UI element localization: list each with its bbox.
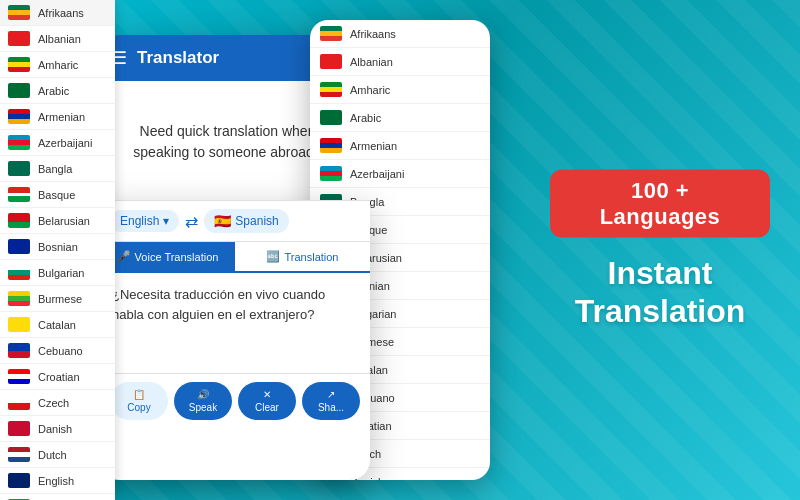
right-content: 100 + Languages Instant Translation xyxy=(550,170,770,331)
tabs-row: 🎤 Voice Translation 🔤 Translation xyxy=(100,242,370,273)
right-lang-item[interactable]: Arabic xyxy=(310,104,490,132)
left-lang-item[interactable]: Croatian xyxy=(0,364,115,390)
target-language-label: Spanish xyxy=(235,214,278,228)
left-lang-item[interactable]: Azerbaijani xyxy=(0,130,115,156)
copy-label: Copy xyxy=(127,402,150,413)
left-language-panel: AfrikaansAlbanianAmharicArabicArmenianAz… xyxy=(0,0,115,500)
dropdown-icon: ▾ xyxy=(163,214,169,228)
right-lang-item[interactable]: Afrikaans xyxy=(310,20,490,48)
left-lang-item[interactable]: Catalan xyxy=(0,312,115,338)
text-translation-tab[interactable]: 🔤 Translation xyxy=(235,242,370,271)
left-lang-item[interactable]: Esperanto xyxy=(0,494,115,500)
source-language-button[interactable]: English ▾ xyxy=(110,210,179,232)
right-lang-item[interactable]: Amharic xyxy=(310,76,490,104)
share-icon: ↗ xyxy=(327,389,335,400)
language-selector-bar: English ▾ ⇄ 🇪🇸 Spanish xyxy=(100,201,370,242)
headline-line1: Instant xyxy=(608,255,713,291)
phone-translator: English ▾ ⇄ 🇪🇸 Spanish 🎤 Voice Translati… xyxy=(100,200,370,480)
left-lang-item[interactable]: Afrikaans xyxy=(0,0,115,26)
action-buttons: 📋 Copy 🔊 Speak ✕ Clear ↗ Sha... xyxy=(100,373,370,428)
left-lang-item[interactable]: Albanian xyxy=(0,26,115,52)
phone-main-title: Translator xyxy=(137,48,219,68)
left-lang-item[interactable]: Danish xyxy=(0,416,115,442)
query-text: Need quick translation when speaking to … xyxy=(121,121,334,163)
left-lang-item[interactable]: Cebuano xyxy=(0,338,115,364)
share-label: Sha... xyxy=(318,402,344,413)
right-lang-item[interactable]: Azerbaijani xyxy=(310,160,490,188)
headline: Instant Translation xyxy=(550,254,770,331)
speaker-icon: 🔊 xyxy=(197,389,209,400)
left-lang-item[interactable]: English xyxy=(0,468,115,494)
swap-languages-button[interactable]: ⇄ xyxy=(185,212,198,231)
voice-tab-label: Voice Translation xyxy=(135,251,219,263)
left-lang-item[interactable]: Burmese xyxy=(0,286,115,312)
clear-button[interactable]: ✕ Clear xyxy=(238,382,296,420)
right-lang-item[interactable]: Armenian xyxy=(310,132,490,160)
left-lang-item[interactable]: Dutch xyxy=(0,442,115,468)
speak-label: Speak xyxy=(189,402,217,413)
main-container: AfrikaansAlbanianAmharicArabicArmenianAz… xyxy=(0,0,800,500)
headline-line2: Translation xyxy=(575,293,746,329)
left-lang-item[interactable]: Basque xyxy=(0,182,115,208)
speak-button[interactable]: 🔊 Speak xyxy=(174,382,232,420)
translation-area[interactable]: ¿Necesita traducción en vivo cuando habl… xyxy=(100,273,370,373)
left-lang-item[interactable]: Amharic xyxy=(0,52,115,78)
clear-icon: ✕ xyxy=(263,389,271,400)
source-language-label: English xyxy=(120,214,159,228)
left-language-list: AfrikaansAlbanianAmharicArabicArmenianAz… xyxy=(0,0,115,500)
left-lang-item[interactable]: Armenian xyxy=(0,104,115,130)
right-lang-item[interactable]: Albanian xyxy=(310,48,490,76)
translated-text: ¿Necesita traducción en vivo cuando habl… xyxy=(112,285,358,324)
left-lang-item[interactable]: Arabic xyxy=(0,78,115,104)
left-lang-item[interactable]: Czech xyxy=(0,390,115,416)
mic-icon: 🎤 xyxy=(117,250,131,263)
left-lang-item[interactable]: Bosnian xyxy=(0,234,115,260)
target-language-button[interactable]: 🇪🇸 Spanish xyxy=(204,209,288,233)
languages-badge: 100 + Languages xyxy=(550,170,770,238)
clear-label: Clear xyxy=(255,402,279,413)
left-lang-item[interactable]: Bangla xyxy=(0,156,115,182)
left-lang-item[interactable]: Bulgarian xyxy=(0,260,115,286)
voice-translation-tab[interactable]: 🎤 Voice Translation xyxy=(100,242,235,271)
text-tab-label: Translation xyxy=(284,251,338,263)
copy-icon: 📋 xyxy=(133,389,145,400)
copy-button[interactable]: 📋 Copy xyxy=(110,382,168,420)
left-lang-item[interactable]: Belarusian xyxy=(0,208,115,234)
translate-icon: 🔤 xyxy=(266,250,280,263)
share-button[interactable]: ↗ Sha... xyxy=(302,382,360,420)
